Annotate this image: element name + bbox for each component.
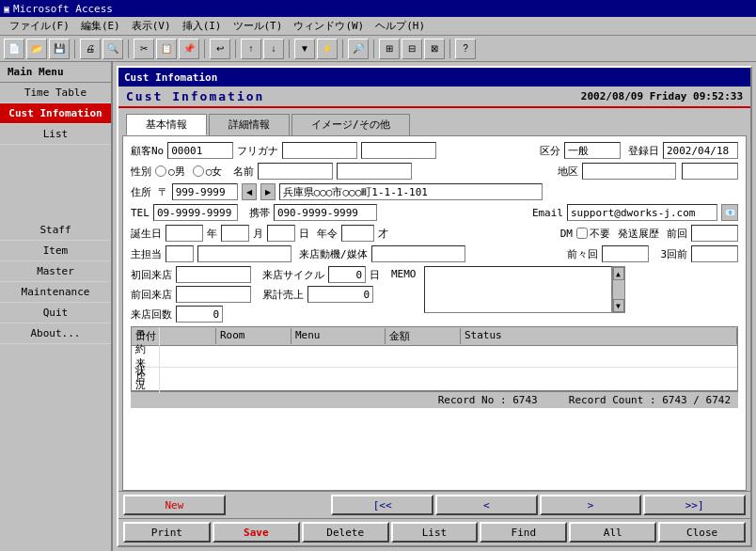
sankai-input[interactable] — [691, 245, 738, 262]
toolbar-copy[interactable]: 📋 — [156, 39, 177, 59]
action-print-btn[interactable]: Print — [123, 522, 211, 543]
furigana-input1[interactable] — [282, 142, 357, 159]
chiku-input2[interactable] — [682, 163, 738, 180]
toolbar-form[interactable]: ⊠ — [424, 39, 445, 59]
sidebar-item-quit[interactable]: Quit — [0, 303, 111, 323]
nav-first-btn[interactable]: [<< — [331, 495, 433, 515]
toolbar-sep-7 — [373, 39, 374, 58]
sidebar-item-list[interactable]: List — [0, 124, 111, 145]
toolbar: 📄 📂 💾 🖨 🔍 ✂ 📋 📌 ↩ ↑ ↓ ▼ ⚡ 🔎 ⊞ ⊟ ⊠ ? — [0, 36, 756, 62]
memo-scroll-down[interactable]: ▼ — [613, 299, 624, 312]
toolbar-cut[interactable]: ✂ — [134, 39, 154, 59]
seibetsu-male-radio[interactable] — [155, 165, 166, 177]
action-close-btn[interactable]: Close — [658, 522, 746, 543]
action-save-btn[interactable]: Save — [213, 522, 300, 543]
toolbar-filter[interactable]: ▼ — [294, 39, 315, 59]
raiten-kaisuu-input[interactable] — [176, 306, 223, 323]
tab-image-other[interactable]: イメージ/その他 — [291, 114, 410, 135]
toolbar-preview[interactable]: 🔍 — [102, 39, 123, 59]
seibetsu-female-label[interactable]: ○女 — [193, 165, 223, 179]
toolbar-sort-asc[interactable]: ↑ — [241, 39, 261, 59]
toolbar-new[interactable]: 📄 — [4, 39, 24, 59]
birthday-month[interactable] — [221, 225, 249, 242]
action-list-btn[interactable]: List — [391, 522, 479, 543]
tanto-input2[interactable] — [197, 245, 291, 262]
nav-new-btn[interactable]: New — [123, 495, 226, 515]
mae-raiten-label: 前回来店 — [131, 288, 172, 302]
nav-last-btn[interactable]: >>] — [643, 495, 746, 515]
email-send-btn[interactable]: 📧 — [721, 204, 738, 221]
toolbar-paste[interactable]: 📌 — [179, 39, 199, 59]
birthday-year[interactable] — [165, 225, 203, 242]
seibetsu-female-radio[interactable] — [193, 165, 204, 177]
sidebar-item-master[interactable]: Master — [0, 261, 111, 282]
sidebar-item-cust-info[interactable]: Cust Infomation — [0, 103, 111, 124]
chiku-input[interactable] — [582, 163, 676, 180]
toolbar-print[interactable]: 🖨 — [80, 39, 101, 59]
sidebar-spacer-1 — [0, 145, 111, 220]
custno-input[interactable] — [167, 142, 233, 159]
mae-raiten-input[interactable] — [176, 286, 251, 303]
namae-input2[interactable] — [337, 163, 412, 180]
kubun-input[interactable] — [564, 142, 621, 159]
toolbar-sort-desc[interactable]: ↓ — [263, 39, 284, 59]
jusho-zip[interactable] — [172, 183, 238, 200]
menu-insert[interactable]: 挿入(I) — [177, 18, 228, 34]
maemae-input[interactable] — [602, 245, 649, 262]
tab-detail-info[interactable]: 詳細情報 — [209, 114, 290, 135]
toolbar-find[interactable]: 🔎 — [348, 39, 369, 59]
nav-next-btn[interactable]: > — [540, 495, 642, 515]
toolbar-db[interactable]: ⊞ — [379, 39, 400, 59]
action-find-btn[interactable]: Find — [480, 522, 567, 543]
toolbar-open[interactable]: 📂 — [26, 39, 47, 59]
zip-next-btn[interactable]: ▶ — [260, 183, 276, 200]
toolbar-help[interactable]: ? — [455, 39, 476, 59]
namae-input1[interactable] — [258, 163, 333, 180]
tanto-input1[interactable] — [165, 245, 194, 262]
toolbar-save[interactable]: 💾 — [49, 39, 70, 59]
seibetsu-male-label[interactable]: ○男 — [155, 165, 185, 179]
action-all-btn[interactable]: All — [569, 522, 656, 543]
sidebar-item-about[interactable]: About... — [0, 323, 111, 344]
birthday-day[interactable] — [267, 225, 295, 242]
furigana-input2[interactable] — [361, 142, 436, 159]
sidebar-item-maintenance[interactable]: Maintenance — [0, 282, 111, 303]
raiten-media-input[interactable] — [371, 245, 465, 262]
tel-input[interactable] — [153, 204, 238, 221]
maekai-input[interactable] — [691, 225, 738, 242]
action-delete-btn[interactable]: Delete — [302, 522, 389, 543]
raiten-cycle-input[interactable] — [328, 266, 366, 283]
menu-help[interactable]: ヘルプ(H) — [370, 18, 431, 34]
email-input[interactable] — [567, 204, 717, 221]
memo-scroll-up[interactable]: ▲ — [613, 267, 624, 280]
memo-scrollbar[interactable]: ▲ ▼ — [612, 266, 625, 313]
jusho-address[interactable] — [279, 183, 543, 200]
raiten-cycle-label: 来店サイクル — [262, 268, 324, 282]
row-customer-no: 顧客No フリガナ 区分 登録日 — [131, 142, 738, 159]
sidebar-item-item[interactable]: Item — [0, 241, 111, 261]
memo-scroll-track[interactable] — [613, 280, 624, 299]
form-header-title: Cust Infomation — [126, 89, 264, 103]
toroku-input[interactable] — [663, 142, 738, 159]
toolbar-grid[interactable]: ⊟ — [402, 39, 422, 59]
menu-edit[interactable]: 編集(E) — [75, 18, 126, 34]
zip-prev-btn[interactable]: ◀ — [242, 183, 257, 200]
memo-textarea[interactable] — [424, 266, 612, 313]
sidebar-item-staff[interactable]: Staff — [0, 220, 111, 241]
menu-window[interactable]: ウィンドウ(W) — [288, 18, 370, 34]
keitai-input[interactable] — [274, 204, 377, 221]
menu-file[interactable]: ファイル(F) — [4, 18, 75, 34]
nav-prev-btn[interactable]: < — [435, 495, 538, 515]
menu-tools[interactable]: ツール(T) — [228, 18, 289, 34]
sidebar-item-time-table[interactable]: Time Table — [0, 83, 111, 103]
grid-rows-area[interactable]: 予約来店 状況 — [131, 346, 738, 391]
nenko-input[interactable] — [341, 225, 374, 242]
ruikei-input[interactable] — [307, 286, 373, 303]
hatsu-raiten-input[interactable] — [176, 266, 251, 283]
menu-view[interactable]: 表示(V) — [126, 18, 177, 34]
toolbar-apply-filter[interactable]: ⚡ — [317, 39, 338, 59]
tab-basic-info[interactable]: 基本情報 — [126, 114, 207, 135]
toolbar-undo[interactable]: ↩ — [210, 39, 230, 59]
dm-fuyo-label[interactable]: 不要 — [576, 227, 610, 241]
dm-fuyo-checkbox[interactable] — [576, 228, 588, 239]
